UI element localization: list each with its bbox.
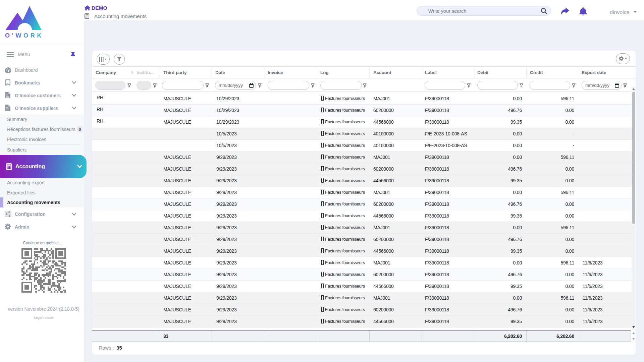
svg-text:O'WORK: O'WORK — [5, 32, 44, 39]
